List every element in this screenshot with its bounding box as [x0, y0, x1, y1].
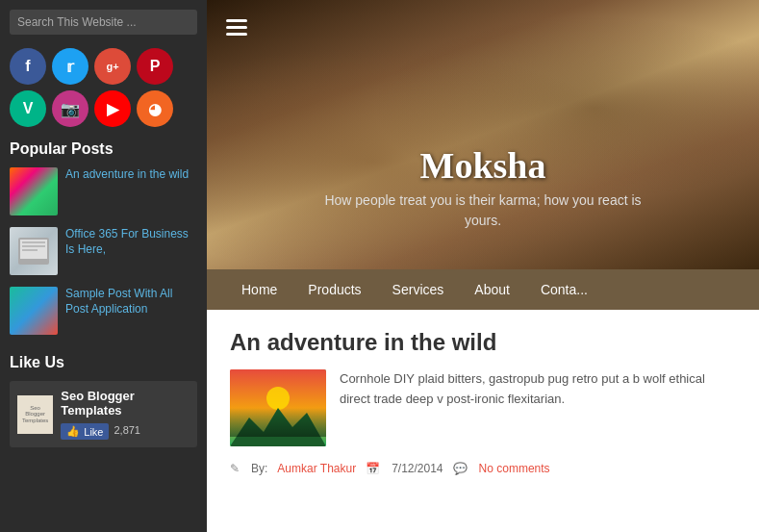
- post-thumbnail-office: [10, 227, 58, 275]
- post-body: Cornhole DIY plaid bitters, gastropub pu…: [230, 369, 736, 446]
- like-page-name: Seo Blogger Templates: [61, 389, 135, 418]
- like-count: 2,871: [114, 424, 140, 436]
- popular-post-link-2[interactable]: Office 365 For Business Is Here,: [65, 227, 197, 257]
- popular-posts-section: Popular Posts An adventure in the wild O…: [10, 140, 197, 335]
- svg-rect-5: [230, 369, 326, 446]
- hero-section: Moksha How people treat you is their kar…: [207, 0, 759, 269]
- nav-item-about[interactable]: About: [459, 269, 525, 310]
- post-date: 7/12/2014: [392, 462, 443, 475]
- svg-rect-3: [22, 245, 45, 247]
- sidebar: f 𝕣 g+ P V 📷 ▶ ◕ Popular Posts An advent…: [0, 0, 207, 532]
- hamburger-menu-button[interactable]: [222, 15, 251, 39]
- nav-item-services[interactable]: Services: [377, 269, 460, 310]
- post-meta: ✎ By: Aumkar Thakur 📅 7/12/2014 💬 No com…: [230, 462, 736, 475]
- facebook-icon[interactable]: f: [10, 48, 46, 85]
- like-info: Seo Blogger Templates 👍 Like 2,871: [61, 389, 190, 440]
- no-comments-link[interactable]: No comments: [479, 462, 550, 475]
- youtube-icon[interactable]: ▶: [94, 90, 131, 127]
- author-link[interactable]: Aumkar Thakur: [277, 462, 356, 475]
- twitter-icon[interactable]: 𝕣: [52, 48, 89, 85]
- search-input[interactable]: [10, 10, 197, 35]
- content-area: An adventure in the wild: [207, 310, 759, 532]
- social-icons-group: f 𝕣 g+ P V 📷 ▶ ◕: [10, 48, 197, 127]
- main-content: Moksha How people treat you is their kar…: [207, 0, 759, 532]
- nav-item-home[interactable]: Home: [226, 269, 292, 310]
- post-thumbnail-wild: [10, 167, 58, 215]
- facebook-like-button[interactable]: 👍 Like: [61, 423, 109, 440]
- nav-item-products[interactable]: Products: [292, 269, 376, 310]
- vine-icon[interactable]: V: [10, 90, 46, 127]
- list-item: Sample Post With All Post Application: [10, 287, 197, 335]
- popular-post-link-1[interactable]: An adventure in the wild: [65, 167, 189, 183]
- navigation-bar: Home Products Services About Conta...: [207, 269, 759, 310]
- svg-rect-2: [22, 241, 45, 243]
- post-featured-image: [230, 369, 326, 446]
- like-label: Like: [84, 426, 103, 438]
- post-thumbnail-sample: [10, 287, 58, 335]
- like-us-title: Like Us: [10, 354, 197, 371]
- seo-blogger-thumbnail: SeoBloggerTemplates: [17, 395, 53, 434]
- hero-subtitle: How people treat you is their karma; how…: [319, 190, 646, 231]
- comment-icon: 💬: [453, 462, 468, 475]
- popular-post-link-3[interactable]: Sample Post With All Post Application: [65, 287, 197, 317]
- thumbs-up-icon: 👍: [66, 425, 80, 438]
- popular-posts-title: Popular Posts: [10, 140, 197, 158]
- like-us-section: Like Us SeoBloggerTemplates Seo Blogger …: [10, 354, 197, 447]
- like-box: SeoBloggerTemplates Seo Blogger Template…: [10, 381, 197, 447]
- svg-rect-4: [22, 249, 38, 251]
- list-item: Office 365 For Business Is Here,: [10, 227, 197, 275]
- instagram-icon[interactable]: 📷: [52, 90, 89, 127]
- by-label: By:: [251, 462, 267, 475]
- list-item: An adventure in the wild: [10, 167, 197, 215]
- pinterest-icon[interactable]: P: [137, 48, 173, 85]
- post-excerpt: Cornhole DIY plaid bitters, gastropub pu…: [340, 369, 736, 446]
- svg-marker-7: [230, 408, 326, 446]
- rss-icon[interactable]: ◕: [137, 90, 173, 127]
- author-icon: ✎: [230, 462, 240, 475]
- site-title: Moksha: [420, 144, 546, 187]
- svg-point-6: [266, 387, 290, 410]
- nav-item-contact[interactable]: Conta...: [525, 269, 603, 310]
- google-plus-icon[interactable]: g+: [94, 48, 131, 85]
- post-title: An adventure in the wild: [230, 329, 736, 356]
- calendar-icon: 📅: [366, 462, 380, 475]
